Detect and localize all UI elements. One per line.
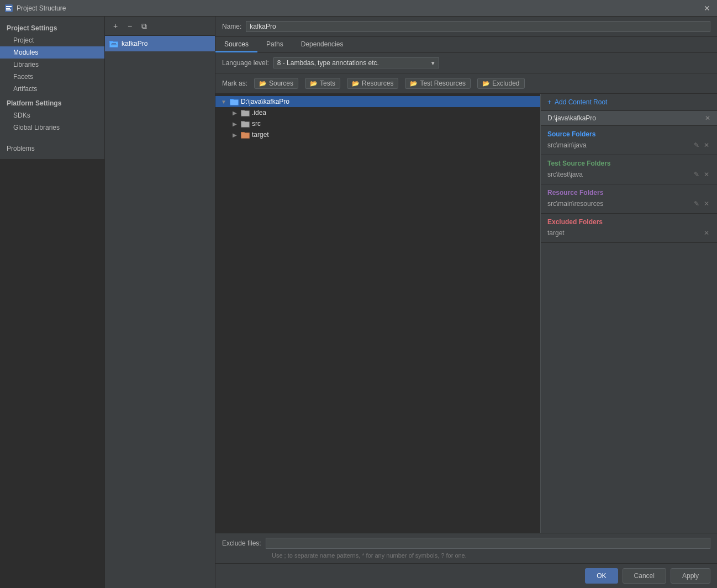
mark-test-resources-button[interactable]: 📂 Test Resources [405, 78, 471, 89]
mark-sources-label: Sources [269, 80, 293, 87]
main-layout: Project Settings Project Modules Librari… [0, 17, 717, 588]
mark-tests-button[interactable]: 📂 Tests [305, 78, 340, 89]
excluded-folders-title: Excluded Folders [547, 218, 710, 226]
close-button[interactable]: ✕ [702, 3, 713, 14]
app-icon [4, 4, 13, 13]
module-item-kafkapro[interactable]: kafkaPro [105, 36, 215, 51]
resource-folder-remove-button[interactable]: ✕ [703, 200, 710, 208]
tabs-row: Sources Paths Dependencies [215, 37, 717, 53]
sidebar-item-project[interactable]: Project [0, 34, 104, 46]
excluded-folder-entry: target ✕ [547, 228, 710, 238]
tree-src-label: src [252, 120, 261, 128]
excluded-folder-actions: ✕ [703, 229, 710, 237]
lang-level-label: Language level: [222, 59, 269, 67]
tab-paths[interactable]: Paths [257, 37, 292, 52]
content-root-path: D:\java\kafkaPro [547, 114, 596, 122]
tree-idea-arrow[interactable]: ▶ [231, 109, 239, 116]
test-source-folders-title: Test Source Folders [547, 160, 710, 167]
sidebar-item-global-libraries[interactable]: Global Libraries [0, 121, 104, 134]
excluded-folder-path: target [547, 229, 703, 237]
tab-sources[interactable]: Sources [215, 37, 257, 52]
apply-button[interactable]: Apply [671, 568, 710, 584]
test-source-folder-path: src\test\java [547, 171, 693, 178]
remove-module-button[interactable]: − [124, 20, 136, 32]
mark-excluded-label: Excluded [492, 80, 519, 87]
add-icon: + [547, 98, 551, 106]
copy-module-button[interactable]: ⧉ [138, 20, 150, 32]
mark-sources-button[interactable]: 📂 Sources [254, 78, 298, 89]
resource-folder-edit-button[interactable]: ✎ [693, 200, 700, 208]
test-source-folder-edit-button[interactable]: ✎ [693, 171, 700, 178]
sidebar-item-sdks[interactable]: SDKs [0, 109, 104, 121]
cancel-button[interactable]: Cancel [623, 568, 666, 584]
tree-target-arrow[interactable]: ▶ [231, 131, 239, 139]
mark-tests-label: Tests [320, 80, 335, 87]
source-folder-actions: ✎ ✕ [693, 141, 710, 149]
title-bar-left: Project Structure [4, 4, 66, 13]
source-folders-title: Source Folders [547, 130, 710, 138]
resource-folder-path: src\main\resources [547, 200, 693, 208]
svg-rect-7 [112, 43, 116, 44]
tree-item-src[interactable]: ▶ src [215, 118, 540, 129]
sidebar: Project Settings Project Modules Librari… [0, 17, 105, 588]
svg-rect-2 [6, 8, 10, 9]
test-source-folders-section: Test Source Folders src\test\java ✎ ✕ [541, 155, 717, 184]
svg-rect-11 [230, 100, 238, 105]
test-source-folder-entry: src\test\java ✎ ✕ [547, 169, 710, 179]
tree-target-folder-icon [241, 131, 250, 139]
sidebar-item-artifacts[interactable]: Artifacts [0, 83, 104, 95]
name-row: Name: [215, 17, 717, 37]
tree-src-folder-icon [241, 120, 250, 128]
test-source-folder-remove-button[interactable]: ✕ [703, 171, 710, 178]
source-folder-remove-button[interactable]: ✕ [703, 141, 710, 149]
mark-resources-button[interactable]: 📂 Resources [347, 78, 398, 89]
svg-rect-1 [6, 6, 12, 7]
tree-idea-label: .idea [252, 109, 266, 116]
test-resources-icon: 📂 [410, 80, 418, 87]
tree-root-arrow: ▼ [220, 98, 228, 105]
tree-idea-folder-icon [241, 109, 250, 116]
add-module-button[interactable]: + [109, 20, 122, 32]
sidebar-tree [0, 159, 104, 588]
sidebar-item-facets[interactable]: Facets [0, 71, 104, 83]
title-bar: Project Structure ✕ [0, 0, 717, 17]
tab-dependencies[interactable]: Dependencies [292, 37, 352, 52]
sidebar-nav: Project Settings Project Modules Librari… [0, 17, 104, 159]
content-root-close-button[interactable]: ✕ [705, 114, 710, 122]
tree-item-target[interactable]: ▶ target [215, 129, 540, 140]
exclude-input[interactable] [266, 538, 710, 549]
resource-folders-section: Resource Folders src\main\resources ✎ ✕ [541, 184, 717, 214]
tree-target-label: target [252, 131, 269, 139]
name-label: Name: [222, 23, 241, 30]
resource-folder-entry: src\main\resources ✎ ✕ [547, 199, 710, 209]
lang-select[interactable]: 8 - Lambdas, type annotations etc. 11 - … [273, 57, 439, 68]
module-pane: + − ⧉ kafkaPro [105, 17, 215, 588]
content-body: ▼ D:\java\kafkaPro ▶ [215, 94, 717, 533]
sources-icon: 📂 [259, 80, 267, 87]
tree-root-folder-icon [230, 98, 239, 105]
tree-root-label: D:\java\kafkaPro [241, 98, 289, 105]
module-toolbar: + − ⧉ [105, 17, 215, 36]
tree-item-idea[interactable]: ▶ .idea [215, 107, 540, 118]
mark-excluded-button[interactable]: 📂 Excluded [477, 78, 524, 89]
sidebar-item-modules[interactable]: Modules [0, 46, 104, 59]
exclude-row: Exclude files: [222, 538, 710, 549]
svg-rect-20 [241, 133, 249, 138]
excluded-folder-remove-button[interactable]: ✕ [703, 229, 710, 237]
svg-rect-8 [111, 45, 117, 46]
name-input[interactable] [246, 21, 710, 32]
file-tree-area: ▼ D:\java\kafkaPro ▶ [215, 94, 540, 533]
source-folders-section: Source Folders src\main\java ✎ ✕ [541, 126, 717, 155]
content-pane: Name: Sources Paths Dependencies Languag… [215, 17, 717, 588]
source-folder-edit-button[interactable]: ✎ [693, 141, 700, 149]
tree-src-arrow[interactable]: ▶ [231, 120, 239, 128]
excluded-folders-section: Excluded Folders target ✕ [541, 214, 717, 243]
sidebar-item-problems[interactable]: Problems [0, 142, 104, 155]
resource-folders-title: Resource Folders [547, 189, 710, 197]
add-content-root-button[interactable]: + Add Content Root [541, 94, 717, 111]
platform-settings-header: Platform Settings [0, 95, 104, 109]
sidebar-item-libraries[interactable]: Libraries [0, 59, 104, 71]
lang-select-wrapper[interactable]: 8 - Lambdas, type annotations etc. 11 - … [273, 57, 439, 68]
ok-button[interactable]: OK [585, 568, 618, 584]
tree-root[interactable]: ▼ D:\java\kafkaPro [215, 96, 540, 107]
